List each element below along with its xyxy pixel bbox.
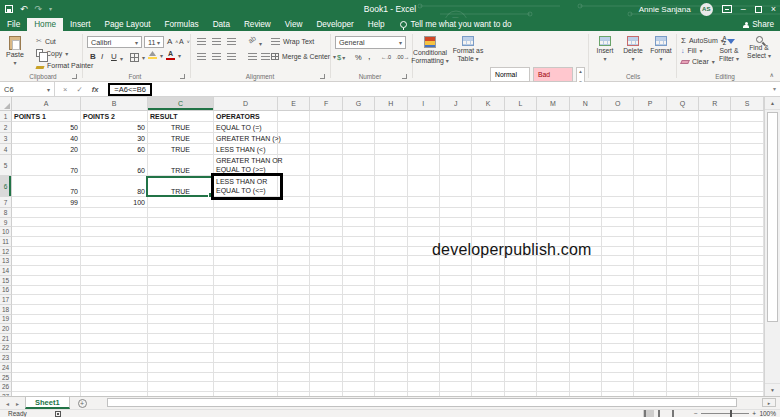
cell-L6[interactable] [505,176,537,197]
cell-N25[interactable] [570,373,602,383]
cell-F23[interactable] [310,353,342,363]
cell-E9[interactable] [278,218,310,228]
cell-E24[interactable] [278,363,310,373]
cell-B8[interactable] [81,208,148,218]
cell-C23[interactable] [148,353,214,363]
cell-S11[interactable] [731,237,763,247]
cell-K7[interactable] [472,197,504,208]
cell-L20[interactable] [505,324,537,334]
cell-R8[interactable] [699,208,731,218]
cell-Q13[interactable] [667,256,699,266]
cell-S26[interactable] [731,382,763,392]
cell-F14[interactable] [310,266,342,276]
cell-J1[interactable] [440,111,472,122]
cell-B22[interactable] [81,344,148,354]
cell-L3[interactable] [505,133,537,144]
cell-N16[interactable] [570,286,602,296]
cell-I22[interactable] [408,344,440,354]
decrease-decimal-button[interactable]: .00→ [396,54,409,60]
vertical-scroll-thumb[interactable] [767,112,778,322]
cell-J15[interactable] [440,276,472,286]
sort-filter-button[interactable]: AZ Sort & Filter ▾ [714,36,744,63]
cell-Q16[interactable] [667,286,699,296]
cell-I8[interactable] [408,208,440,218]
cell-G9[interactable] [343,218,375,228]
row-header-13[interactable]: 13 [0,256,12,266]
sheet-tab-active[interactable]: Sheet1 [25,397,70,409]
cell-K25[interactable] [472,373,504,383]
cell-K20[interactable] [472,324,504,334]
cell-I3[interactable] [408,133,440,144]
cell-B1[interactable]: POINTS 2 [81,111,148,122]
cell-O20[interactable] [602,324,634,334]
cell-Q9[interactable] [667,218,699,228]
cell-P12[interactable] [634,247,666,257]
cell-H2[interactable] [375,122,407,133]
cell-I4[interactable] [408,144,440,155]
row-header-18[interactable]: 18 [0,305,12,315]
cell-E26[interactable] [278,382,310,392]
cell-M19[interactable] [537,315,569,325]
cell-F11[interactable] [310,237,342,247]
cell-Q20[interactable] [667,324,699,334]
cell-Q3[interactable] [667,133,699,144]
cell-A21[interactable] [12,334,81,344]
increase-decimal-button[interactable]: ←.0 [381,54,391,60]
percent-style-button[interactable]: % [355,53,362,62]
cell-N9[interactable] [570,218,602,228]
shrink-font-button[interactable]: A˅ [179,38,190,45]
cell-D10[interactable] [214,227,278,237]
cell-D22[interactable] [214,344,278,354]
cell-Q14[interactable] [667,266,699,276]
row-header-10[interactable]: 10 [0,227,12,237]
cell-R22[interactable] [699,344,731,354]
cell-C3[interactable]: TRUE [148,133,214,144]
cell-E25[interactable] [278,373,310,383]
cell-M14[interactable] [537,266,569,276]
expand-formula-bar-icon[interactable]: ▾ [773,82,776,97]
zoom-in-button[interactable]: + [752,410,756,417]
cell-G22[interactable] [343,344,375,354]
cell-C4[interactable]: TRUE [148,144,214,155]
cell-A23[interactable] [12,353,81,363]
cell-C13[interactable] [148,256,214,266]
vertical-scrollbar[interactable]: ▲ ▼ [764,97,780,396]
cell-Q6[interactable] [667,176,699,197]
number-dialog-launcher[interactable] [402,74,407,79]
cell-L23[interactable] [505,353,537,363]
cell-P4[interactable] [634,144,666,155]
cell-A14[interactable] [12,266,81,276]
cell-J7[interactable] [440,197,472,208]
cell-Q8[interactable] [667,208,699,218]
cell-H7[interactable] [375,197,407,208]
cell-A26[interactable] [12,382,81,392]
cell-R24[interactable] [699,363,731,373]
cell-E3[interactable] [278,133,310,144]
cell-H17[interactable] [375,295,407,305]
cell-P15[interactable] [634,276,666,286]
cell-R3[interactable] [699,133,731,144]
cell-I19[interactable] [408,315,440,325]
cell-O9[interactable] [602,218,634,228]
share-button[interactable]: Share [743,18,774,31]
find-select-button[interactable]: Find & Select ▾ [744,36,774,60]
cell-F22[interactable] [310,344,342,354]
cell-S24[interactable] [731,363,763,373]
cell-A25[interactable] [12,373,81,383]
cell-O5[interactable] [602,155,634,176]
column-header-H[interactable]: H [375,97,407,111]
select-all-corner[interactable] [0,97,12,111]
cell-Q26[interactable] [667,382,699,392]
cell-S21[interactable] [731,334,763,344]
cell-F5[interactable] [310,155,342,176]
cell-S10[interactable] [731,227,763,237]
cell-E7[interactable] [278,197,310,208]
row-header-8[interactable]: 8 [0,208,12,218]
cell-K3[interactable] [472,133,504,144]
cell-F26[interactable] [310,382,342,392]
cell-A17[interactable] [12,295,81,305]
cell-O22[interactable] [602,344,634,354]
cell-F7[interactable] [310,197,342,208]
cell-H23[interactable] [375,353,407,363]
row-header-1[interactable]: 1 [0,111,12,122]
